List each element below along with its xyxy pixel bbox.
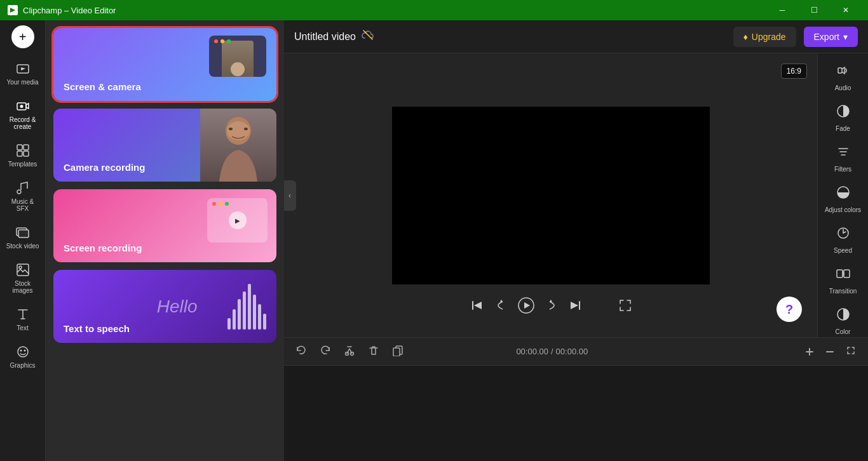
sidebar-item-stock-video[interactable]: Stock video bbox=[3, 220, 43, 255]
audio-tool[interactable]: Audio bbox=[821, 58, 865, 97]
rewind-button[interactable] bbox=[494, 298, 508, 316]
timeline-track-area bbox=[284, 366, 868, 461]
wave-bar-3 bbox=[238, 299, 241, 330]
wave-bar-7 bbox=[258, 304, 261, 330]
sidebar-item-text-label: Text bbox=[17, 324, 28, 331]
sidebar-item-stock-images-label: Stock images bbox=[5, 280, 41, 294]
titlebar-left: Clipchamp – Video Editor bbox=[8, 5, 116, 15]
transition-tool-label: Transition bbox=[829, 288, 857, 295]
wave-bar-5 bbox=[248, 284, 251, 330]
skip-back-button[interactable] bbox=[470, 298, 484, 316]
adjust-colors-tool[interactable]: Adjust colors bbox=[821, 180, 865, 218]
svg-rect-6 bbox=[17, 151, 22, 156]
graphics-icon bbox=[15, 344, 31, 359]
export-chevron-icon: ▾ bbox=[843, 32, 848, 42]
video-canvas bbox=[392, 107, 710, 284]
sidebar-item-your-media[interactable]: Your media bbox=[3, 56, 43, 91]
help-button[interactable]: ? bbox=[776, 297, 802, 322]
film-icon bbox=[15, 61, 31, 76]
hello-decorative-text: Hello bbox=[157, 297, 198, 317]
maximize-button[interactable]: ☐ bbox=[799, 0, 829, 20]
music-icon bbox=[15, 180, 31, 196]
fit-to-window-button[interactable] bbox=[841, 342, 860, 361]
aspect-ratio-badge: 16:9 bbox=[781, 63, 807, 79]
sidebar-item-music-sfx-label: Music & SFX bbox=[5, 198, 41, 212]
total-time: 00:00.00 bbox=[556, 347, 588, 356]
forward-button[interactable] bbox=[545, 298, 559, 316]
delete-button[interactable] bbox=[364, 342, 383, 361]
filters-tool-label: Filters bbox=[834, 166, 851, 173]
audio-tool-label: Audio bbox=[835, 84, 851, 91]
play-button[interactable] bbox=[518, 297, 534, 317]
speed-tool[interactable]: Speed bbox=[821, 221, 865, 259]
record-panel: Screen & camera Camera recording bbox=[46, 20, 284, 461]
adjust-colors-icon bbox=[836, 185, 850, 203]
transition-tool[interactable]: Transition bbox=[821, 262, 865, 300]
close-button[interactable]: ✕ bbox=[831, 0, 860, 20]
svg-rect-5 bbox=[24, 145, 29, 150]
text-to-speech-label: Text to speech bbox=[64, 323, 130, 334]
redo-button[interactable] bbox=[316, 342, 335, 361]
person-silhouette bbox=[213, 109, 264, 182]
wave-bar-2 bbox=[233, 309, 236, 330]
sidebar-item-record-create[interactable]: Record & create bbox=[3, 93, 43, 135]
add-button[interactable]: + bbox=[11, 25, 34, 48]
wave-bar-6 bbox=[253, 295, 256, 330]
undo-button[interactable] bbox=[292, 342, 311, 361]
video-title[interactable]: Untitled video bbox=[294, 31, 356, 43]
fade-tool-label: Fade bbox=[836, 125, 850, 132]
help-label: ? bbox=[785, 302, 793, 317]
sidebar-item-record-create-label: Record & create bbox=[5, 116, 41, 130]
screen-recording-card[interactable]: ▶ Screen recording bbox=[53, 189, 276, 262]
color-tool-label: Color bbox=[836, 328, 851, 335]
header-actions: ♦ Upgrade Export ▾ bbox=[733, 27, 858, 47]
text-to-speech-card[interactable]: Hello Text to speech bbox=[53, 270, 276, 343]
sidebar-item-graphics[interactable]: Graphics bbox=[3, 339, 43, 374]
svg-point-17 bbox=[229, 128, 233, 130]
export-button[interactable]: Export ▾ bbox=[804, 27, 858, 47]
diamond-icon: ♦ bbox=[743, 32, 748, 42]
sidebar-item-text[interactable]: Text bbox=[3, 302, 43, 337]
screen-camera-card[interactable]: Screen & camera bbox=[53, 28, 276, 101]
camera-recording-label: Camera recording bbox=[64, 162, 145, 173]
titlebar-title: Clipchamp – Video Editor bbox=[23, 6, 116, 15]
speed-icon bbox=[836, 226, 850, 243]
sidebar-item-stock-images[interactable]: Stock images bbox=[3, 257, 43, 299]
camera-recording-card[interactable]: Camera recording bbox=[53, 109, 276, 182]
fade-tool[interactable]: Fade bbox=[821, 99, 865, 137]
svg-rect-4 bbox=[17, 145, 22, 150]
adjust-colors-tool-label: Adjust colors bbox=[825, 206, 861, 213]
copy-to-clipboard-button[interactable] bbox=[388, 342, 407, 361]
sidebar-item-templates[interactable]: Templates bbox=[3, 138, 43, 173]
clipchamp-icon bbox=[8, 5, 18, 15]
collapse-panel-button[interactable]: ‹ bbox=[284, 180, 296, 211]
svg-point-11 bbox=[19, 266, 22, 269]
camera-person bbox=[222, 41, 254, 77]
sidebar-item-graphics-label: Graphics bbox=[10, 362, 35, 369]
color-tool[interactable]: Color bbox=[821, 302, 865, 337]
svg-rect-9 bbox=[18, 230, 29, 237]
sidebar-item-music-sfx[interactable]: Music & SFX bbox=[3, 175, 43, 217]
screen-camera-preview bbox=[209, 36, 266, 77]
filters-tool[interactable]: Filters bbox=[821, 140, 865, 178]
main-content: Untitled video ♦ Upgrade Export ▾ bbox=[284, 20, 868, 461]
svg-point-14 bbox=[24, 350, 25, 352]
transition-icon bbox=[836, 267, 850, 284]
skip-forward-button[interactable] bbox=[569, 298, 583, 316]
minimize-button[interactable]: ─ bbox=[768, 0, 797, 20]
svg-point-3 bbox=[20, 105, 23, 108]
wave-bar-8 bbox=[263, 314, 266, 330]
svg-point-12 bbox=[18, 347, 28, 357]
zoom-in-button[interactable] bbox=[801, 343, 818, 361]
cut-button[interactable] bbox=[340, 342, 359, 361]
app-body: + Your media Record & create bbox=[0, 20, 868, 461]
screen-recording-window: ▶ bbox=[207, 198, 268, 243]
zoom-out-button[interactable] bbox=[821, 343, 839, 361]
editor-header: Untitled video ♦ Upgrade Export ▾ bbox=[284, 20, 868, 53]
upgrade-button[interactable]: ♦ Upgrade bbox=[733, 27, 796, 47]
timeline-toolbar: 00:00.00 / 00:00.00 bbox=[284, 338, 868, 366]
wave-bar-1 bbox=[227, 318, 231, 330]
sidebar: + Your media Record & create bbox=[0, 20, 46, 461]
filters-icon bbox=[836, 145, 850, 162]
fullscreen-button[interactable] bbox=[618, 298, 632, 316]
